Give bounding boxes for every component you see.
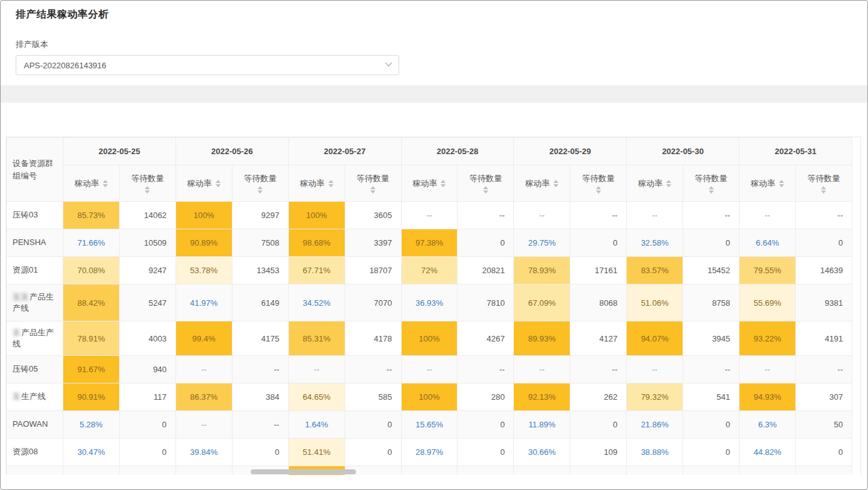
sort-icon[interactable] xyxy=(483,186,488,194)
utilization-cell: 94.07% xyxy=(627,321,683,356)
sort-asc-icon[interactable] xyxy=(596,186,601,189)
waiting-cell: 5247 xyxy=(119,284,175,321)
waiting-cell: 10509 xyxy=(119,229,175,257)
waiting-column-header[interactable]: 等待数量 xyxy=(345,165,401,202)
waiting-header-content: 等待数量 xyxy=(683,173,739,194)
utilization-cell: 79.32% xyxy=(627,383,683,411)
waiting-cell: 14639 xyxy=(795,257,852,284)
utilization-column-header[interactable]: 稼动率 xyxy=(288,165,345,202)
date-header: 2022-05-27 xyxy=(288,138,401,165)
utilization-header-content: 稼动率 xyxy=(176,178,232,189)
sort-asc-icon[interactable] xyxy=(258,186,263,189)
sort-icon[interactable] xyxy=(328,180,333,187)
sort-icon[interactable] xyxy=(370,186,375,194)
waiting-cell: -- xyxy=(570,356,627,383)
sort-asc-icon[interactable] xyxy=(370,186,375,189)
sort-icon[interactable] xyxy=(145,186,150,194)
sort-desc-icon[interactable] xyxy=(103,184,108,187)
sort-desc-icon[interactable] xyxy=(328,184,333,187)
sort-desc-icon[interactable] xyxy=(709,190,714,194)
sort-asc-icon[interactable] xyxy=(145,186,150,189)
sort-asc-icon[interactable] xyxy=(821,186,826,189)
waiting-cell: 940 xyxy=(119,356,175,383)
sort-icon[interactable] xyxy=(216,180,221,187)
utilization-cell: 28.97% xyxy=(401,439,458,466)
waiting-header-content: 等待数量 xyxy=(120,173,175,194)
sort-icon[interactable] xyxy=(441,180,446,187)
sort-desc-icon[interactable] xyxy=(553,184,558,187)
waiting-column-header[interactable]: 等待数量 xyxy=(570,165,627,202)
table-scroll-container[interactable]: 设备资源群组编号2022-05-252022-05-262022-05-2720… xyxy=(6,137,861,475)
waiting-header-label: 等待数量 xyxy=(695,173,728,184)
waiting-cell: 17161 xyxy=(570,257,627,284)
waiting-cell: 0 xyxy=(458,411,514,439)
sort-desc-icon[interactable] xyxy=(821,190,826,194)
utilization-cell: 85.31% xyxy=(288,321,345,356)
sort-icon[interactable] xyxy=(596,186,601,194)
sort-desc-icon[interactable] xyxy=(441,184,446,187)
waiting-header-content: 等待数量 xyxy=(233,173,288,194)
utilization-cell: -- xyxy=(401,202,458,229)
sort-icon[interactable] xyxy=(779,180,784,187)
sort-asc-icon[interactable] xyxy=(328,180,333,183)
sort-asc-icon[interactable] xyxy=(553,180,558,183)
sort-asc-icon[interactable] xyxy=(779,180,784,183)
utilization-cell: 94.93% xyxy=(740,383,796,411)
sort-desc-icon[interactable] xyxy=(779,184,784,187)
utilization-column-header[interactable]: 稼动率 xyxy=(514,165,570,202)
sort-icon[interactable] xyxy=(553,180,558,187)
sort-desc-icon[interactable] xyxy=(216,184,221,187)
waiting-cell: 4178 xyxy=(345,321,401,356)
table-section: 设备资源群组编号2022-05-252022-05-262022-05-2720… xyxy=(1,103,867,475)
utilization-header-label: 稼动率 xyxy=(75,178,99,189)
sort-asc-icon[interactable] xyxy=(709,186,714,189)
waiting-cell: -- xyxy=(683,356,740,383)
version-select[interactable]: APS-20220826143916 xyxy=(16,55,399,75)
utilization-cell xyxy=(740,466,796,476)
redacted-text: 某 xyxy=(13,392,21,401)
sort-desc-icon[interactable] xyxy=(666,184,671,187)
sort-desc-icon[interactable] xyxy=(483,190,488,194)
sort-icon[interactable] xyxy=(103,180,108,187)
utilization-cell: 72% xyxy=(401,257,458,284)
utilization-column-header[interactable]: 稼动率 xyxy=(740,165,796,202)
waiting-cell: 262 xyxy=(570,383,627,411)
utilization-column-header[interactable]: 稼动率 xyxy=(175,165,232,202)
waiting-column-header[interactable]: 等待数量 xyxy=(795,165,852,202)
page-title: 排产结果稼动率分析 xyxy=(16,8,852,21)
waiting-cell xyxy=(458,466,514,476)
sort-icon[interactable] xyxy=(258,186,263,194)
horizontal-scrollbar-thumb[interactable] xyxy=(251,469,356,474)
utilization-cell: 83.57% xyxy=(627,257,683,284)
sort-desc-icon[interactable] xyxy=(370,190,375,194)
utilization-column-header[interactable]: 稼动率 xyxy=(401,165,458,202)
utilization-cell: 1.64% xyxy=(288,411,345,439)
waiting-column-header[interactable]: 等待数量 xyxy=(458,165,514,202)
waiting-cell: 3397 xyxy=(345,229,401,257)
row-label: 资源01 xyxy=(13,265,38,274)
utilization-column-header[interactable]: 稼动率 xyxy=(627,165,683,202)
sort-icon[interactable] xyxy=(666,180,671,187)
utilization-cell: 51.41% xyxy=(288,439,345,466)
sort-desc-icon[interactable] xyxy=(596,190,601,194)
sort-asc-icon[interactable] xyxy=(103,180,108,183)
waiting-column-header[interactable]: 等待数量 xyxy=(683,165,740,202)
waiting-column-header[interactable]: 等待数量 xyxy=(119,165,175,202)
sort-asc-icon[interactable] xyxy=(666,180,671,183)
utilization-cell: 67.71% xyxy=(288,257,345,284)
sort-asc-icon[interactable] xyxy=(441,180,446,183)
utilization-header-label: 稼动率 xyxy=(412,178,437,189)
table-row: PAOWAN5.28%0----1.64%015.65%011.89%021.8… xyxy=(7,411,852,439)
utilization-cell xyxy=(514,466,570,476)
sort-desc-icon[interactable] xyxy=(145,190,150,194)
utilization-header-content: 稼动率 xyxy=(402,178,458,189)
sort-desc-icon[interactable] xyxy=(258,190,263,194)
sort-asc-icon[interactable] xyxy=(483,186,488,189)
utilization-cell: -- xyxy=(514,202,570,229)
waiting-column-header[interactable]: 等待数量 xyxy=(232,165,288,202)
sort-asc-icon[interactable] xyxy=(216,180,221,183)
waiting-cell: 0 xyxy=(345,411,401,439)
utilization-column-header[interactable]: 稼动率 xyxy=(63,165,120,202)
sort-icon[interactable] xyxy=(709,186,714,194)
sort-icon[interactable] xyxy=(821,186,826,194)
